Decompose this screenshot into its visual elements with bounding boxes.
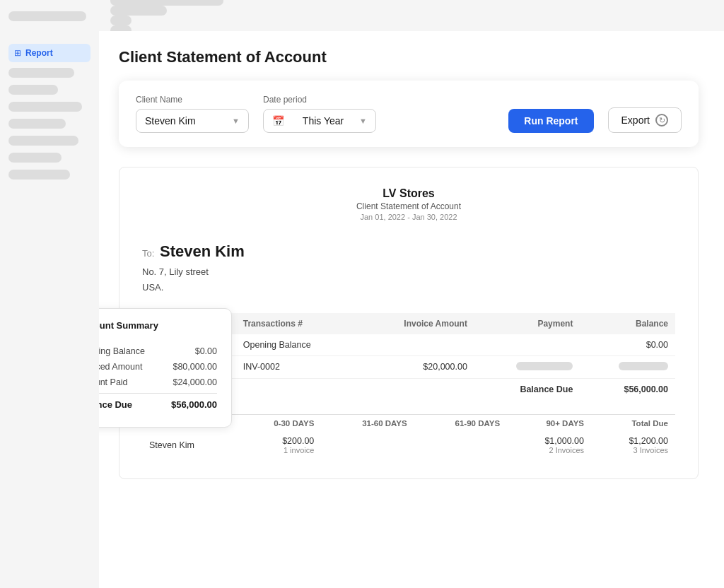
summary-rows: Opening Balance$0.00Invoiced Amount$80,0… <box>99 346 217 387</box>
chevron-down-icon: ▼ <box>232 117 240 125</box>
sidebar-item-label: Report <box>25 48 53 58</box>
date-period-value: This Year <box>303 115 344 127</box>
aging-90plus-sub: 2 Invoices <box>514 446 584 454</box>
account-summary-card: Account Summary Opening Balance$0.00Invo… <box>99 308 232 428</box>
aging-col-0-30: 0-30 DAYS <box>235 414 321 432</box>
sidebar-skeleton <box>8 170 70 180</box>
summary-row-value: $80,000.00 <box>173 362 217 372</box>
sidebar-skeleton <box>8 68 74 78</box>
balance-due-label: Balance Due <box>99 399 132 410</box>
sidebar-skeleton <box>8 102 82 112</box>
client-name-value: Steven Kim <box>145 115 196 127</box>
payment-skeleton <box>516 362 573 370</box>
aging-col-31-60: 31-60 DAYS <box>321 414 414 432</box>
aging-total: $1,200.00 3 Invoices <box>591 432 675 459</box>
txn-number: INV-0002 <box>236 355 358 378</box>
txn-invoice-amount: $20,000.00 <box>358 355 474 378</box>
date-period-label: Date period <box>263 95 376 105</box>
date-range: Jan 01, 2022 - Jan 30, 2022 <box>142 213 675 221</box>
sidebar-skeleton <box>8 153 62 163</box>
empty-cell <box>358 378 474 400</box>
main-content: Client Statement of Account Client Name … <box>99 31 724 588</box>
sidebar-skeleton <box>8 136 78 146</box>
txn-payment <box>474 355 580 378</box>
aging-col-total: Total Due <box>591 414 675 432</box>
aging-total-sub: 3 Invoices <box>598 446 668 454</box>
topbar-skeleton <box>110 6 167 16</box>
statement-header: LV Stores Client Statement of Account Ja… <box>142 187 675 221</box>
col-payment: Payment <box>474 313 580 334</box>
chevron-down-icon: ▼ <box>359 117 367 125</box>
topbar <box>99 0 724 31</box>
summary-row-label: Amount Paid <box>99 377 128 387</box>
filter-card: Client Name Steven Kim ▼ Date period 📅 T… <box>119 81 699 147</box>
summary-divider <box>99 393 217 394</box>
date-period-filter: Date period 📅 This Year ▼ <box>263 95 376 133</box>
client-name-label: Client Name <box>136 95 249 105</box>
export-icon: ↻ <box>655 114 668 127</box>
to-label: To: <box>142 248 154 259</box>
topbar-skeleton <box>110 0 223 6</box>
account-summary-title: Account Summary <box>99 320 217 336</box>
sidebar-skeleton <box>8 119 66 129</box>
company-name: LV Stores <box>142 187 675 200</box>
summary-row-value: $0.00 <box>195 346 217 356</box>
aging-31-60 <box>321 432 414 459</box>
client-name-filter: Client Name Steven Kim ▼ <box>136 95 249 133</box>
aging-90plus: $1,000.00 2 Invoices <box>507 432 591 459</box>
client-name-select[interactable]: Steven Kim ▼ <box>136 109 249 133</box>
aging-client-name: Steven Kim <box>142 432 235 459</box>
summary-row-value: $24,000.00 <box>173 377 217 387</box>
txn-balance <box>580 355 675 378</box>
balance-due-row: Balance Due $56,000.00 <box>99 399 217 410</box>
page-title: Client Statement of Account <box>119 48 704 66</box>
aging-body: Steven Kim $200.00 1 invoice $1,000.00 2… <box>142 432 675 459</box>
aging-0-30: $200.00 1 invoice <box>235 432 321 459</box>
calendar-icon: 📅 <box>272 115 284 127</box>
col-txn: Transactions # <box>236 313 358 334</box>
summary-row-item: Opening Balance$0.00 <box>99 346 217 356</box>
balance-due-label-cell: Balance Due <box>474 378 580 400</box>
txn-number: Opening Balance <box>236 334 358 356</box>
aging-0-30-sub: 1 invoice <box>243 446 314 454</box>
date-period-select[interactable]: 📅 This Year ▼ <box>263 109 376 133</box>
col-balance: Balance <box>580 313 675 334</box>
doc-title: Client Statement of Account <box>142 201 675 211</box>
export-label: Export <box>621 114 650 126</box>
sidebar-item-report[interactable]: ⊞ Report <box>8 44 90 62</box>
topbar-skeleton <box>110 16 132 25</box>
client-name-display: Steven Kim <box>160 242 245 260</box>
sidebar-skeleton <box>8 85 58 95</box>
col-invoice-amount: Invoice Amount <box>358 313 474 334</box>
address-line2: USA. <box>142 280 675 295</box>
empty-cell <box>236 378 358 400</box>
balance-due-value: $56,000.00 <box>171 399 217 410</box>
aging-row: Steven Kim $200.00 1 invoice $1,000.00 2… <box>142 432 675 459</box>
summary-row-item: Invoiced Amount$80,000.00 <box>99 362 217 372</box>
aging-61-90 <box>414 432 507 459</box>
txn-payment <box>474 334 580 356</box>
summary-row-label: Opening Balance <box>99 346 145 356</box>
grid-icon: ⊞ <box>14 48 21 58</box>
sidebar-skeleton-items <box>8 68 90 187</box>
balance-skeleton <box>619 362 668 370</box>
sidebar: ⊞ Report <box>0 0 99 588</box>
topbar-skeleton-items <box>110 0 223 35</box>
balance-due-value-cell: $56,000.00 <box>580 378 675 400</box>
to-address: To: Steven Kim No. 7, Lily street USA. <box>142 238 675 296</box>
txn-invoice-amount <box>358 334 474 356</box>
aging-col-61-90: 61-90 DAYS <box>414 414 507 432</box>
txn-balance: $0.00 <box>580 334 675 356</box>
address-line1: No. 7, Lily street <box>142 264 675 280</box>
aging-col-90plus: 90+ DAYS <box>507 414 591 432</box>
summary-row-label: Invoiced Amount <box>99 362 142 372</box>
summary-row-item: Amount Paid$24,000.00 <box>99 377 217 387</box>
export-button[interactable]: Export ↻ <box>608 107 682 133</box>
run-report-button[interactable]: Run Report <box>508 109 593 133</box>
